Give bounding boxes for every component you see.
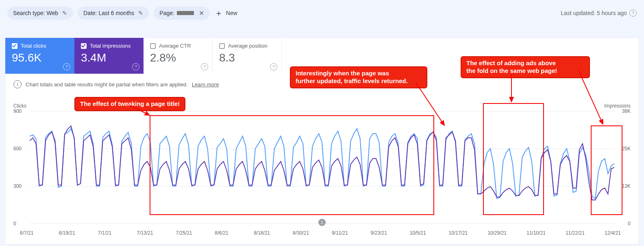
filter-chip-page[interactable]: Page: ✕ [154, 7, 209, 20]
help-icon[interactable]: ? [270, 63, 277, 70]
annotation-arrows [13, 103, 631, 244]
plus-icon: ＋ [215, 8, 223, 19]
info-icon: i [13, 80, 22, 88]
close-icon[interactable]: ✕ [199, 9, 204, 17]
redacted-text [177, 11, 194, 15]
metric-average-position[interactable]: Average position 8.3 ? [213, 38, 282, 74]
checkbox-icon [219, 43, 225, 49]
filter-bar: Search type: Web ✎ Date: Last 6 months ✎… [5, 5, 639, 20]
help-icon[interactable]: ? [132, 63, 139, 70]
checkbox-icon [12, 43, 17, 49]
last-updated: Last updated: 5 hours ago ? [561, 9, 637, 17]
performance-panel: Total clicks 95.6K ? Total impressions 3… [5, 37, 639, 244]
help-icon[interactable]: ? [201, 63, 208, 70]
filter-chip-label: Search type: Web [13, 10, 58, 16]
new-label: New [226, 10, 237, 16]
filter-chip-date[interactable]: Date: Last 6 months ✎ [78, 7, 149, 20]
metric-total-clicks[interactable]: Total clicks 95.6K ? [5, 38, 74, 74]
checkbox-icon [150, 43, 156, 49]
svg-line-4 [129, 105, 150, 115]
help-icon[interactable]: ? [63, 63, 70, 70]
learn-more-link[interactable]: Learn more [192, 81, 219, 88]
annotation-update-return: Interestingly when the page wasfurther u… [290, 66, 427, 88]
pencil-icon: ✎ [138, 10, 143, 16]
filter-chip-search-type[interactable]: Search type: Web ✎ [7, 7, 73, 20]
help-icon[interactable]: ? [629, 9, 637, 17]
chart: Clicks Impressions 900600300038K25K13K06… [13, 103, 631, 244]
pencil-icon: ✎ [62, 10, 67, 16]
svg-line-5 [416, 83, 444, 125]
checkbox-icon [81, 43, 87, 49]
metric-average-ctr[interactable]: Average CTR 2.8% ? [144, 38, 213, 74]
filter-chip-label: Date: Last 6 months [83, 10, 134, 16]
annotation-ads-effect: The effect of adding ads abovethe fold o… [461, 56, 590, 78]
metric-total-impressions[interactable]: Total impressions 3.4M ? [74, 38, 144, 74]
add-filter-button[interactable]: ＋ New [215, 7, 237, 20]
filter-chip-label: Page: [159, 10, 194, 16]
